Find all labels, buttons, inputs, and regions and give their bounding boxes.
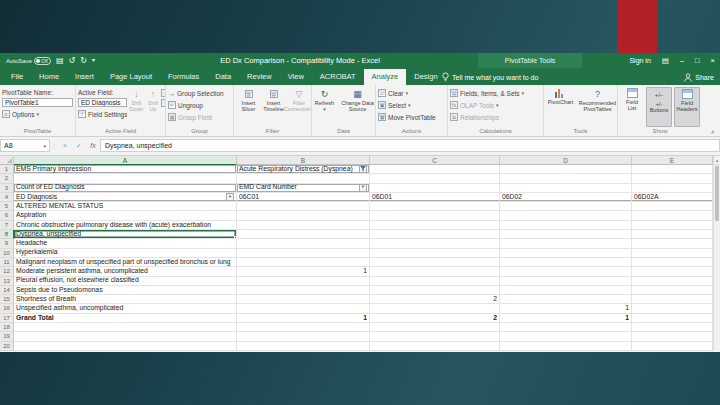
cell-E9[interactable]: [632, 239, 713, 248]
options-button[interactable]: ≡Options▾: [2, 108, 73, 120]
redo-icon[interactable]: ↻: [80, 53, 87, 68]
save-icon[interactable]: ▤: [56, 53, 64, 68]
cell-A16[interactable]: Unspecified asthma, uncomplicated: [14, 304, 237, 313]
tab-page-layout[interactable]: Page Layout: [102, 69, 160, 85]
cell-A17[interactable]: Grand Total: [14, 314, 237, 323]
cell-A10[interactable]: Hyperkalemia: [14, 249, 237, 258]
active-field-input[interactable]: ED Diagnosis: [78, 98, 127, 107]
cell-D6[interactable]: [500, 211, 632, 220]
cell-E8[interactable]: [632, 230, 713, 239]
name-box[interactable]: A8 ▾: [0, 139, 50, 152]
cell-B8[interactable]: [237, 230, 370, 239]
row-header-14[interactable]: 14: [0, 286, 14, 295]
undo-icon[interactable]: ↺: [69, 53, 76, 68]
relationships-button[interactable]: ⧉Relationships: [450, 111, 541, 123]
cell-E2[interactable]: [632, 174, 713, 183]
cell-B12[interactable]: 1: [237, 267, 370, 276]
cell-E13[interactable]: [632, 277, 713, 286]
row-header-19[interactable]: 19: [0, 332, 14, 341]
row-header-11[interactable]: 11: [0, 258, 14, 267]
tab-home[interactable]: Home: [31, 69, 67, 85]
cell-D13[interactable]: [500, 277, 632, 286]
cell-B5[interactable]: [237, 202, 370, 211]
expand-field-icon[interactable]: +: [161, 89, 165, 97]
field-headers-button[interactable]: FieldHeaders: [674, 87, 700, 127]
drill-up-button[interactable]: ↑ DrillUp: [145, 87, 160, 127]
group-selection-button[interactable]: →Group Selection: [168, 87, 231, 99]
minimize-icon[interactable]: –: [680, 53, 684, 68]
row-header-7[interactable]: 7: [0, 221, 14, 230]
clear-button[interactable]: ▱Clear▾: [378, 87, 445, 99]
recommended-pivottables-button[interactable]: ? RecommendedPivotTables: [579, 87, 617, 127]
row-header-18[interactable]: 18: [0, 323, 14, 332]
tab-review[interactable]: Review: [239, 69, 280, 85]
cell-C20[interactable]: [370, 342, 500, 351]
vertical-scrollbar[interactable]: ▲: [713, 156, 720, 351]
cell-C11[interactable]: [370, 258, 500, 267]
sign-in-button[interactable]: Sign in: [629, 57, 650, 64]
column-header-A[interactable]: A: [14, 156, 237, 165]
cell-E5[interactable]: [632, 202, 713, 211]
cell-D4[interactable]: 06D02: [500, 193, 632, 202]
tell-me-box[interactable]: Tell me what you want to do: [442, 69, 538, 85]
group-field-button[interactable]: ▦Group Field: [168, 111, 231, 123]
cell-B9[interactable]: [237, 239, 370, 248]
cell-C14[interactable]: [370, 286, 500, 295]
cell-A13[interactable]: Pleural effusion, not elsewhere classifi…: [14, 277, 237, 286]
select-all-corner[interactable]: [0, 156, 14, 165]
tab-analyze[interactable]: Analyze: [364, 69, 407, 85]
fields-items-sets-button[interactable]: ▤Fields, Items, & Sets▾: [450, 87, 541, 99]
cell-B14[interactable]: [237, 286, 370, 295]
cell-A4[interactable]: ED Diagnosis▼: [14, 193, 237, 202]
tab-formulas[interactable]: Formulas: [160, 69, 207, 85]
row-header-1[interactable]: 1: [0, 165, 14, 174]
row-header-9[interactable]: 9: [0, 239, 14, 248]
cell-A1[interactable]: EMS Primary Impression: [14, 165, 237, 174]
row-header-2[interactable]: 2: [0, 174, 14, 183]
cell-C7[interactable]: [370, 221, 500, 230]
cell-E7[interactable]: [632, 221, 713, 230]
cell-B13[interactable]: [237, 277, 370, 286]
customize-qat-icon[interactable]: ▾: [92, 53, 95, 68]
cell-B10[interactable]: [237, 249, 370, 258]
cell-E17[interactable]: [632, 314, 713, 323]
tab-view[interactable]: View: [280, 69, 312, 85]
cell-A6[interactable]: Aspiration: [14, 211, 237, 220]
cell-D11[interactable]: [500, 258, 632, 267]
cell-E19[interactable]: [632, 332, 713, 341]
cell-D19[interactable]: [500, 332, 632, 341]
cell-C6[interactable]: [370, 211, 500, 220]
row-header-4[interactable]: 4: [0, 193, 14, 202]
select-button[interactable]: ▣Select▾: [378, 99, 445, 111]
cell-E18[interactable]: [632, 323, 713, 332]
ribbon-display-options-icon[interactable]: ▤: [662, 53, 669, 68]
tab-design[interactable]: Design: [406, 69, 445, 85]
cell-A3[interactable]: Count of ED Diagnosis: [14, 184, 237, 193]
cell-E15[interactable]: [632, 295, 713, 304]
cell-A19[interactable]: [14, 332, 237, 341]
cell-D5[interactable]: [500, 202, 632, 211]
cell-D3[interactable]: [500, 184, 632, 193]
tab-data[interactable]: Data: [207, 69, 239, 85]
row-header-5[interactable]: 5: [0, 202, 14, 211]
insert-function-icon[interactable]: fx: [86, 142, 100, 149]
filter-applied-icon[interactable]: [359, 165, 367, 173]
enter-check-icon[interactable]: ✓: [72, 142, 86, 150]
fill-handle[interactable]: [234, 236, 237, 239]
pivottable-name-input[interactable]: PivotTable1: [2, 98, 73, 107]
cell-C19[interactable]: [370, 332, 500, 341]
cell-dropdown-icon[interactable]: ▼: [359, 184, 367, 192]
name-box-dropdown-icon[interactable]: ▾: [43, 143, 46, 149]
tab-file[interactable]: File: [3, 69, 31, 85]
cell-B19[interactable]: [237, 332, 370, 341]
cell-D17[interactable]: 1: [500, 314, 632, 323]
collapse-ribbon-icon[interactable]: ∧: [711, 128, 715, 135]
scrollbar-thumb[interactable]: [715, 166, 719, 221]
cell-C5[interactable]: [370, 202, 500, 211]
cell-C9[interactable]: [370, 239, 500, 248]
field-settings-button[interactable]: iField Settings: [78, 108, 127, 120]
cell-A9[interactable]: Headache: [14, 239, 237, 248]
cell-B2[interactable]: [237, 174, 370, 183]
cell-A8[interactable]: Dyspnea, unspecified: [14, 230, 237, 239]
cell-dropdown-icon[interactable]: ▼: [226, 193, 234, 201]
